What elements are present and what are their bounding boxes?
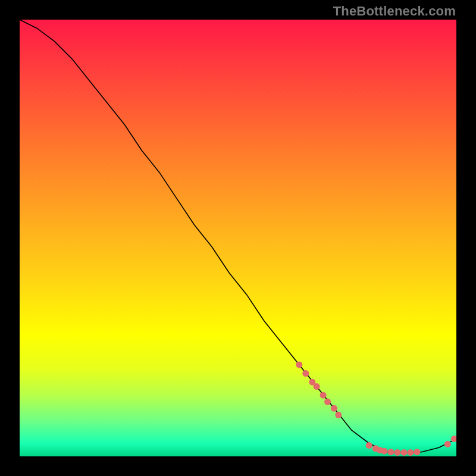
gradient-background: [20, 20, 456, 456]
watermark-text: TheBottleneck.com: [333, 4, 456, 19]
chart-stage: TheBottleneck.com: [0, 0, 476, 476]
